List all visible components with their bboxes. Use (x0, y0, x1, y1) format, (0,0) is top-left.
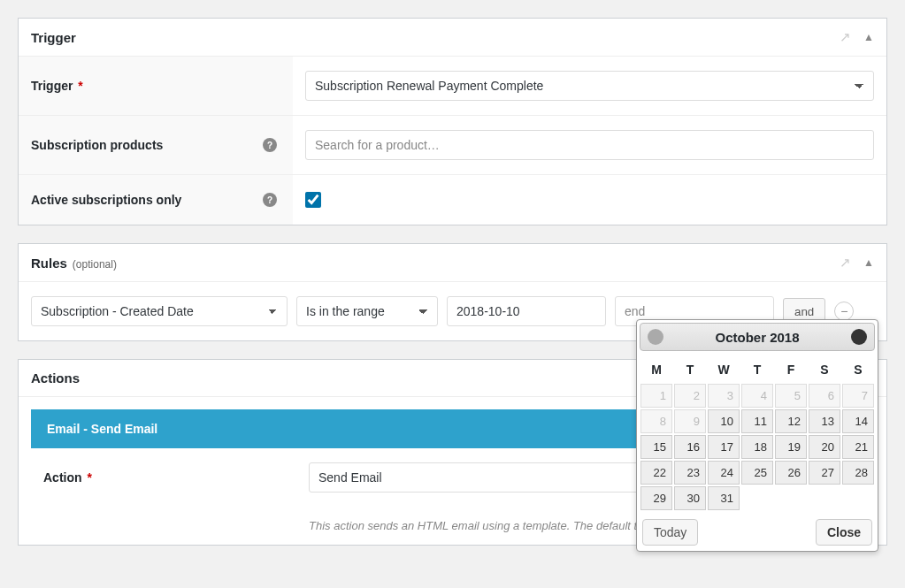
datepicker: October 2018 MTWTFSS12345678910111213141… (636, 319, 878, 552)
calendar-day[interactable]: 20 (809, 435, 840, 459)
dow-header: M (640, 357, 672, 382)
collapse-icon[interactable]: ▲ (863, 31, 874, 43)
calendar-day[interactable]: 28 (842, 461, 874, 485)
calendar-day: 1 (640, 384, 672, 408)
calendar-day[interactable]: 22 (640, 461, 672, 485)
calendar-day[interactable]: 19 (775, 435, 807, 459)
action-label: Action * (31, 448, 296, 507)
remove-rule-button[interactable]: − (834, 302, 854, 321)
calendar-day[interactable]: 31 (708, 486, 740, 510)
calendar-day: 6 (809, 384, 840, 408)
dow-header: S (809, 357, 840, 382)
calendar-day[interactable]: 27 (809, 461, 840, 485)
external-link-icon[interactable]: ↗ (840, 255, 851, 271)
rules-title: Rules (optional) (31, 256, 117, 271)
next-month-icon[interactable] (851, 329, 867, 345)
calendar-day[interactable]: 23 (674, 461, 706, 485)
calendar-day: 5 (775, 384, 807, 408)
calendar-day[interactable]: 14 (842, 409, 874, 433)
calendar-day[interactable]: 11 (741, 409, 773, 433)
calendar-day[interactable]: 26 (775, 461, 807, 485)
rules-header: Rules (optional) ↗ ▲ (19, 244, 886, 282)
dow-header: S (842, 357, 874, 382)
trigger-select[interactable]: Subscription Renewal Payment Complete (305, 71, 874, 101)
rule-operator-select[interactable]: Is in the range (296, 296, 438, 326)
trigger-panel: Trigger ↗ ▲ Trigger * Subscription Renew… (18, 18, 887, 225)
calendar-day: 9 (674, 409, 706, 433)
calendar-day: 7 (842, 384, 874, 408)
rules-panel: Rules (optional) ↗ ▲ Subscription - Crea… (18, 243, 887, 341)
dow-header: T (741, 357, 773, 382)
prev-month-icon[interactable] (648, 329, 663, 345)
calendar-day[interactable]: 24 (708, 461, 740, 485)
dow-header: W (708, 357, 740, 382)
calendar-day[interactable]: 13 (809, 409, 840, 433)
datepicker-title: October 2018 (715, 330, 799, 345)
active-only-checkbox[interactable] (305, 192, 321, 208)
actions-title: Actions (31, 370, 80, 386)
calendar-day: 4 (741, 384, 773, 408)
trigger-header: Trigger ↗ ▲ (19, 19, 886, 57)
collapse-icon[interactable]: ▲ (863, 256, 874, 269)
today-button[interactable]: Today (642, 519, 698, 546)
close-button[interactable]: Close (816, 519, 872, 546)
calendar-day[interactable]: 17 (708, 435, 740, 459)
trigger-label: Trigger * (19, 57, 293, 115)
calendar-day[interactable]: 25 (741, 461, 773, 485)
calendar-day[interactable]: 29 (640, 486, 672, 510)
calendar-day[interactable]: 30 (674, 486, 706, 510)
calendar-day[interactable]: 10 (708, 409, 740, 433)
calendar-day[interactable]: 21 (842, 435, 874, 459)
active-only-label: Active subscriptions only ? (19, 175, 293, 225)
trigger-title: Trigger (31, 30, 76, 45)
external-link-icon[interactable]: ↗ (840, 29, 851, 45)
subscription-products-label: Subscription products ? (19, 116, 293, 174)
calendar-day[interactable]: 12 (775, 409, 807, 433)
calendar-day[interactable]: 16 (674, 435, 706, 459)
help-icon[interactable]: ? (263, 138, 277, 152)
rule-field-select[interactable]: Subscription - Created Date (31, 296, 288, 326)
calendar-day[interactable]: 18 (741, 435, 773, 459)
rule-start-date[interactable] (447, 296, 606, 326)
calendar-day: 8 (640, 409, 672, 433)
calendar-day: 3 (708, 384, 740, 408)
product-search-input[interactable] (305, 130, 874, 160)
help-icon[interactable]: ? (263, 193, 277, 207)
dow-header: F (775, 357, 807, 382)
calendar-day: 2 (674, 384, 706, 408)
calendar-day[interactable]: 15 (640, 435, 672, 459)
dow-header: T (674, 357, 706, 382)
